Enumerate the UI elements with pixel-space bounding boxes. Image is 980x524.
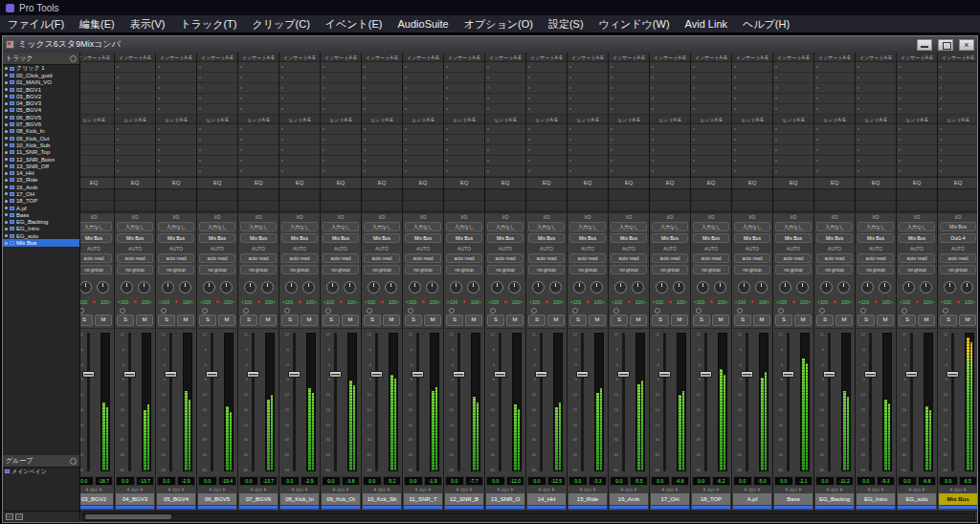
pan-knob-right[interactable] [632, 281, 644, 294]
mute-button[interactable]: M [177, 315, 194, 326]
fader-handle[interactable] [82, 371, 95, 378]
automation-mode-selector[interactable]: auto read [446, 253, 482, 263]
pan-knob-right[interactable] [590, 281, 603, 294]
list-view-icon[interactable] [15, 513, 23, 520]
output-selector[interactable]: Mix Bus [117, 233, 153, 243]
pan-knob-left[interactable] [409, 281, 421, 294]
automation-mode-selector[interactable]: auto read [693, 253, 729, 263]
pan-knob-right[interactable] [138, 281, 150, 294]
insert-slot[interactable] [403, 73, 443, 83]
fader-handle[interactable] [823, 371, 835, 378]
send-slot[interactable] [321, 135, 361, 145]
menu-item[interactable]: クリップ(C) [245, 15, 318, 33]
input-selector[interactable]: 入力なし [323, 222, 359, 231]
mute-button[interactable]: M [383, 315, 400, 326]
sidebar-track-item[interactable]: 00_Click_guid [3, 72, 79, 78]
output-selector[interactable]: Mix Bus [858, 233, 894, 243]
input-selector[interactable]: Mix Bus [940, 222, 976, 231]
pan-value-left[interactable]: <100 [776, 299, 787, 305]
insert-slot[interactable] [650, 83, 690, 94]
sidebar-track-item[interactable]: 13_SNR_Off [3, 163, 79, 169]
insert-slot[interactable] [568, 83, 608, 94]
send-slot[interactable] [197, 135, 237, 145]
automation-mode-selector[interactable]: auto read [652, 253, 688, 263]
fader-handle[interactable] [206, 371, 218, 378]
pan-value-right[interactable]: 100> [677, 299, 687, 305]
horizontal-scrollbar[interactable] [82, 513, 975, 521]
insert-slot[interactable] [526, 73, 567, 83]
menu-item[interactable]: トラック(T) [172, 15, 244, 33]
pan-value-right[interactable]: 100> [882, 299, 893, 305]
pan-knob-left[interactable] [820, 281, 833, 294]
pan-value-left[interactable]: <100 [118, 299, 128, 305]
send-slot[interactable] [362, 145, 402, 156]
send-slot[interactable] [156, 166, 196, 177]
insert-slot[interactable] [773, 73, 813, 83]
insert-slot[interactable] [238, 94, 278, 104]
automation-mode-selector[interactable]: auto read [323, 253, 359, 263]
insert-slot[interactable] [115, 104, 155, 115]
pan-knob-left[interactable] [80, 281, 92, 294]
input-selector[interactable]: 入力なし [734, 222, 770, 231]
send-slot[interactable] [485, 166, 525, 177]
peak-readout[interactable]: -12.5 [547, 476, 567, 486]
output-selector[interactable]: Mix Bus [652, 233, 688, 243]
pan-value-left[interactable]: <100 [570, 299, 581, 305]
automation-mode-selector[interactable]: auto read [569, 253, 606, 263]
sidebar-track-item[interactable]: 17_OH [3, 190, 79, 197]
pan-value-right[interactable]: 100> [965, 299, 975, 305]
insert-slot[interactable] [80, 83, 114, 94]
sidebar-track-item[interactable]: 18_TOP [3, 198, 79, 205]
send-slot[interactable] [444, 166, 484, 177]
insert-slot[interactable] [856, 62, 896, 73]
send-slot[interactable] [773, 135, 813, 145]
solo-button[interactable]: S [487, 315, 504, 326]
insert-slot[interactable] [444, 94, 484, 104]
sidebar-track-item[interactable]: 04_BGV3 [3, 99, 79, 106]
record-arm-button[interactable] [902, 308, 907, 314]
input-selector[interactable]: 入力なし [652, 222, 688, 231]
pan-knob-right[interactable] [467, 281, 479, 294]
send-slot[interactable] [80, 145, 114, 156]
insert-slot[interactable] [609, 73, 649, 83]
group-selector[interactable]: no group [364, 265, 400, 274]
output-selector[interactable]: Mix Bus [240, 233, 277, 243]
group-selector[interactable]: no group [652, 265, 688, 274]
track-name-button[interactable]: 06_BGV5 [198, 493, 236, 505]
insert-slot[interactable] [197, 94, 237, 104]
insert-slot[interactable] [938, 83, 977, 94]
send-slot[interactable] [650, 156, 690, 166]
record-arm-button[interactable] [120, 308, 125, 314]
fader-handle[interactable] [617, 371, 630, 378]
pan-value-right[interactable]: 100> [841, 299, 852, 305]
output-selector[interactable]: Mix Bus [569, 233, 606, 243]
insert-slot[interactable] [773, 94, 813, 104]
insert-slot[interactable] [238, 104, 278, 115]
solo-button[interactable]: S [940, 315, 957, 326]
pan-knob-right[interactable] [673, 281, 685, 294]
insert-slot[interactable] [897, 94, 937, 104]
send-slot[interactable] [938, 166, 977, 177]
group-selector[interactable]: no group [199, 265, 235, 274]
peak-readout[interactable]: -6.2 [712, 476, 731, 486]
output-selector[interactable]: Mix Bus [158, 233, 194, 243]
output-selector[interactable]: Out1-4 [940, 233, 976, 243]
mute-button[interactable]: M [877, 315, 894, 326]
pan-knob-right[interactable] [261, 281, 274, 294]
pan-value-left[interactable]: <100 [200, 299, 211, 305]
automation-mode-selector[interactable]: auto read [816, 253, 853, 263]
output-selector[interactable]: Mix Bus [80, 233, 112, 243]
menu-item[interactable]: Avid Link [678, 15, 735, 33]
send-slot[interactable] [403, 124, 443, 135]
group-selector[interactable]: no group [80, 265, 112, 274]
peak-readout[interactable]: -7.7 [465, 476, 484, 486]
insert-slot[interactable] [362, 94, 402, 104]
track-name-button[interactable]: 05_BGV4 [157, 493, 195, 505]
output-selector[interactable]: Mix Bus [899, 233, 935, 243]
pan-knob-right[interactable] [714, 281, 726, 294]
send-slot[interactable] [526, 124, 567, 135]
send-slot[interactable] [444, 156, 484, 166]
send-slot[interactable] [650, 166, 690, 177]
send-slot[interactable] [279, 124, 320, 135]
mute-button[interactable]: M [547, 315, 565, 326]
